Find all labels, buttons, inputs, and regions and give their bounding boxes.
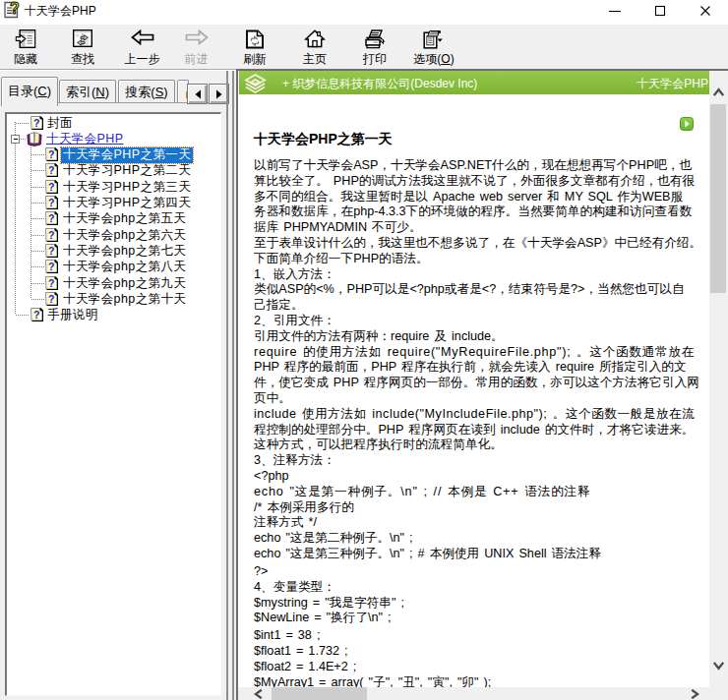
svg-text:?: ? [48, 293, 55, 305]
svg-text:?: ? [48, 148, 55, 160]
svg-text:?: ? [10, 1, 20, 17]
svg-text:?: ? [48, 164, 55, 176]
svg-text:?: ? [48, 276, 55, 288]
svg-text:?: ? [48, 261, 55, 272]
svg-text:?: ? [48, 228, 55, 240]
svg-text:?: ? [48, 245, 55, 257]
svg-text:?: ? [48, 212, 55, 224]
svg-text:?: ? [48, 180, 55, 192]
svg-text:?: ? [33, 309, 40, 321]
svg-text:?: ? [48, 197, 55, 208]
svg-text:?: ? [33, 116, 40, 128]
